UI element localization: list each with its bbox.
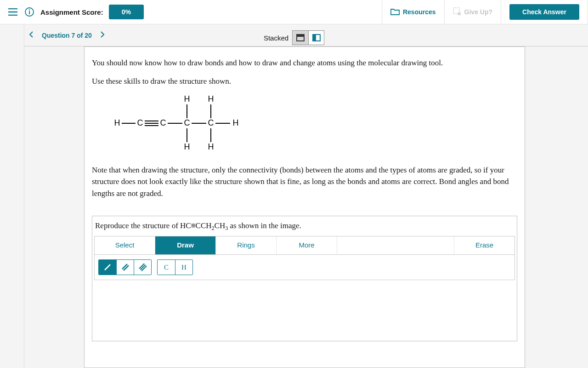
question-card: You should now know how to draw bonds an… [84, 46, 525, 368]
drawing-tool-panel: Reproduce the structure of HC≡CCH2CH3 as… [92, 216, 517, 341]
svg-text:H: H [233, 118, 239, 127]
bond-type-group [98, 259, 152, 275]
triple-bond-button[interactable] [134, 260, 151, 275]
question-counter: Question 7 of 20 [42, 32, 92, 39]
folder-icon [390, 8, 400, 17]
resources-label: Resources [403, 8, 436, 16]
give-up-button: Give Up? [444, 0, 501, 24]
svg-text:C: C [208, 118, 214, 127]
molecule-figure: H C C C C H H [110, 93, 517, 157]
drawing-prompt: Reproduce the structure of HC≡CCH2CH3 as… [93, 217, 516, 234]
layout-side-button[interactable] [308, 31, 324, 45]
menu-icon[interactable] [5, 4, 21, 20]
svg-rect-7 [313, 34, 316, 41]
question-text-1: You should now know how to draw bonds an… [92, 57, 517, 69]
page-body: You should now know how to draw bonds an… [24, 46, 588, 368]
check-answer-button[interactable]: Check Answer [509, 4, 579, 20]
resources-button[interactable]: Resources [382, 0, 444, 24]
prompt-segment: Reproduce the structure of HC [95, 221, 191, 230]
svg-point-1 [29, 9, 30, 10]
score-label: Assignment Score: [40, 8, 103, 16]
prompt-segment: CH [215, 221, 226, 230]
giveup-icon [453, 7, 461, 17]
svg-rect-2 [29, 11, 30, 14]
info-icon[interactable] [21, 4, 38, 20]
topbar-left: Assignment Score: 0% [0, 0, 382, 24]
bond-tools: C H [94, 255, 515, 280]
topbar-right: Resources Give Up? Check Answer [382, 0, 588, 24]
svg-text:H: H [208, 94, 214, 104]
svg-text:H: H [208, 142, 214, 151]
atom-c-button[interactable]: C [158, 260, 175, 275]
atom-h-button[interactable]: H [175, 260, 192, 275]
svg-text:C: C [160, 118, 166, 127]
double-bond-button[interactable] [116, 260, 134, 275]
giveup-label: Give Up? [464, 8, 492, 16]
check-answer-wrap: Check Answer [501, 0, 588, 24]
question-text-3: Note that when drawing the structure, on… [92, 164, 517, 200]
layout-toggle [292, 30, 324, 45]
tab-select[interactable]: Select [95, 236, 155, 254]
layout-controls: Stacked [264, 30, 324, 45]
prompt-segment: as shown in the image. [228, 221, 301, 230]
score-badge: 0% [109, 5, 144, 19]
tool-tabs: Select Draw Rings More Erase [94, 236, 515, 255]
drawing-canvas[interactable] [93, 280, 516, 340]
stacked-label: Stacked [264, 34, 288, 42]
next-question-icon[interactable] [100, 31, 105, 40]
svg-text:C: C [137, 118, 143, 127]
atom-type-group: C H [157, 259, 193, 275]
prev-question-icon[interactable] [29, 31, 34, 40]
topbar: Assignment Score: 0% Resources Give Up? … [0, 0, 588, 24]
question-nav: Question 7 of 20 [24, 31, 105, 40]
tab-erase[interactable]: Erase [454, 236, 514, 254]
single-bond-button[interactable] [99, 260, 116, 275]
layout-stacked-button[interactable] [293, 31, 308, 45]
tab-draw[interactable]: Draw [155, 236, 216, 254]
prompt-segment: CCH [196, 221, 212, 230]
tab-more[interactable]: More [277, 236, 337, 254]
question-text-2: Use these skills to draw the structure s… [92, 75, 517, 87]
svg-line-29 [105, 264, 110, 270]
svg-text:C: C [184, 118, 190, 127]
tab-rings[interactable]: Rings [216, 236, 277, 254]
svg-text:H: H [184, 142, 190, 151]
svg-text:H: H [184, 94, 190, 104]
svg-rect-5 [297, 34, 304, 37]
svg-text:H: H [114, 118, 120, 127]
